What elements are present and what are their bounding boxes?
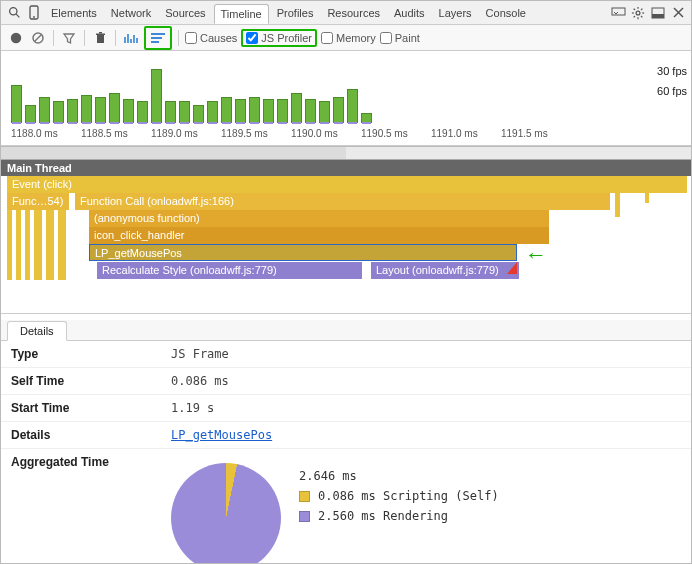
frame-bar	[39, 97, 50, 123]
frame-bar	[11, 85, 22, 123]
type-label: Type	[1, 341, 161, 368]
view-flamechart-icon[interactable]	[149, 29, 167, 47]
svg-point-5	[636, 11, 640, 15]
frame-bar	[277, 99, 288, 123]
tab-layers[interactable]: Layers	[433, 4, 478, 22]
frame-bar	[165, 101, 176, 123]
details-link[interactable]: LP_getMousePos	[171, 428, 272, 442]
flame-function-call[interactable]: Function Call (onloadwff.js:166)	[75, 193, 610, 210]
frame-bar	[207, 101, 218, 123]
frame-bar	[81, 95, 92, 123]
frame-bar	[67, 99, 78, 123]
start-time-value: 1.19 s	[161, 395, 691, 422]
garbage-icon[interactable]	[91, 29, 109, 47]
frame-bar	[263, 99, 274, 123]
overview-scrubber[interactable]	[1, 146, 691, 160]
separator	[84, 30, 85, 46]
dock-icon[interactable]	[649, 4, 667, 22]
flame-deco	[645, 193, 649, 203]
flame-func54[interactable]: Func…54)	[7, 193, 69, 210]
tab-console[interactable]: Console	[480, 4, 532, 22]
tab-elements[interactable]: Elements	[45, 4, 103, 22]
flame-deco	[25, 210, 30, 280]
causes-checkbox[interactable]: Causes	[185, 32, 237, 44]
memory-checkbox[interactable]: Memory	[321, 32, 376, 44]
device-icon[interactable]	[25, 4, 43, 22]
agg-scripting: 0.086 ms Scripting (Self)	[318, 489, 499, 503]
frame-bar	[235, 99, 246, 123]
agg-rendering: 2.560 ms Rendering	[318, 509, 448, 523]
view-flamechart-highlight	[144, 26, 172, 50]
svg-line-11	[641, 15, 642, 16]
frame-bar	[249, 97, 260, 123]
frame-bar	[319, 101, 330, 123]
record-icon[interactable]	[7, 29, 25, 47]
frame-bar	[109, 93, 120, 123]
flame-chart[interactable]: Event (click) Func…54) Function Call (on…	[1, 176, 691, 314]
frame-bar	[123, 99, 134, 123]
tab-network[interactable]: Network	[105, 4, 157, 22]
svg-rect-4	[612, 8, 625, 15]
js-profiler-highlight: JS Profiler	[241, 29, 317, 47]
flame-deco	[615, 193, 620, 217]
swatch-rendering-icon	[299, 511, 310, 522]
aggregated-time-label: Aggregated Time	[1, 449, 161, 564]
flame-icon-click-handler[interactable]: icon_click_handler	[89, 227, 549, 244]
tab-audits[interactable]: Audits	[388, 4, 431, 22]
flame-layout[interactable]: Layout (onloadwff.js:779)	[371, 262, 519, 279]
main-thread-header: Main Thread	[1, 160, 691, 176]
time-tick: 1188.0 ms	[11, 128, 81, 145]
flame-deco	[16, 210, 21, 280]
frame-bar	[137, 101, 148, 123]
gear-icon[interactable]	[629, 4, 647, 22]
svg-line-10	[634, 8, 635, 9]
svg-line-13	[641, 8, 642, 9]
js-profiler-checkbox[interactable]: JS Profiler	[246, 32, 312, 44]
view-waterfall-icon[interactable]	[122, 29, 140, 47]
time-tick: 1190.0 ms	[291, 128, 361, 145]
flame-recalculate-style[interactable]: Recalculate Style (onloadwff.js:779)	[97, 262, 362, 279]
tab-resources[interactable]: Resources	[321, 4, 386, 22]
svg-point-18	[11, 32, 21, 42]
frame-bar	[305, 99, 316, 123]
svg-line-1	[16, 14, 19, 17]
search-icon[interactable]	[5, 4, 23, 22]
svg-rect-21	[97, 35, 104, 43]
tab-sources[interactable]: Sources	[159, 4, 211, 22]
tab-timeline[interactable]: Timeline	[214, 4, 269, 24]
paint-checkbox[interactable]: Paint	[380, 32, 420, 44]
time-tick: 1188.5 ms	[81, 128, 151, 145]
overview-chart[interactable]: 30 fps 60 fps 1188.0 ms1188.5 ms1189.0 m…	[1, 51, 691, 146]
time-tick: 1191.0 ms	[431, 128, 501, 145]
details-label: Details	[1, 422, 161, 449]
flame-event-click[interactable]: Event (click)	[7, 176, 687, 193]
aggregated-pie-chart	[171, 463, 281, 564]
separator	[178, 30, 179, 46]
separator	[53, 30, 54, 46]
drawer-icon[interactable]	[609, 4, 627, 22]
clear-icon[interactable]	[29, 29, 47, 47]
self-time-value: 0.086 ms	[161, 368, 691, 395]
frame-bar	[221, 97, 232, 123]
svg-rect-15	[652, 14, 664, 18]
svg-line-12	[634, 15, 635, 16]
svg-rect-23	[99, 32, 102, 34]
frame-bar	[291, 93, 302, 123]
details-tab[interactable]: Details	[7, 321, 67, 341]
svg-point-0	[9, 8, 16, 15]
flame-anonymous[interactable]: (anonymous function)	[89, 210, 549, 227]
agg-total: 2.646 ms	[299, 469, 357, 483]
separator	[115, 30, 116, 46]
frame-bar	[151, 69, 162, 123]
flame-lp-getmousepos[interactable]: LP_getMousePos	[89, 244, 517, 261]
fps-60-label: 60 fps	[657, 85, 687, 97]
tab-profiles[interactable]: Profiles	[271, 4, 320, 22]
warning-triangle-icon	[507, 262, 517, 274]
close-icon[interactable]	[669, 4, 687, 22]
svg-point-3	[33, 16, 35, 18]
frame-bar	[347, 89, 358, 123]
time-tick: 1189.0 ms	[151, 128, 221, 145]
frame-bar	[25, 105, 36, 123]
self-time-label: Self Time	[1, 368, 161, 395]
filter-icon[interactable]	[60, 29, 78, 47]
